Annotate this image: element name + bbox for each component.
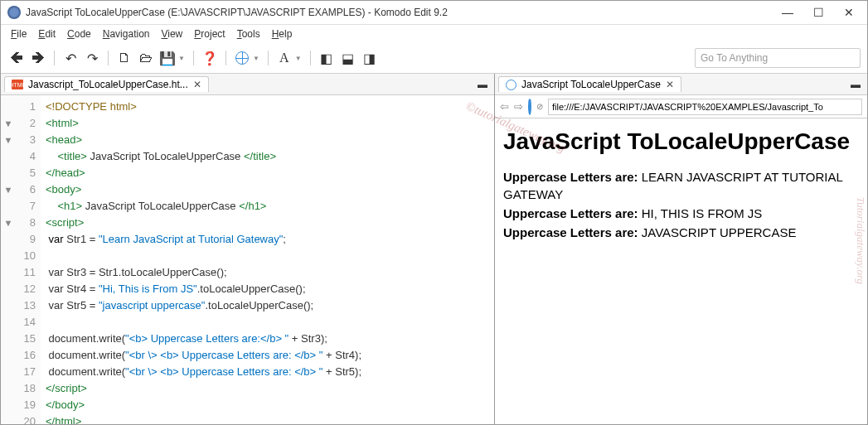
title-bar: JavaScript ToLocaleUpperCase (E:\JAVASCR… (1, 1, 867, 25)
tab-list-menu-icon[interactable]: ▬ (847, 79, 864, 90)
fold-icon[interactable]: ▼ (1, 215, 16, 231)
new-file-button[interactable]: 🗋 (115, 49, 133, 67)
editor-tab-label: Javascript_ToLocaleUpperCase.ht... (28, 79, 188, 90)
editor-tab-bar: HTML Javascript_ToLocaleUpperCase.ht... … (1, 74, 494, 95)
window-controls: — ☐ ✕ (782, 6, 861, 19)
forward-button[interactable]: 🡺 (29, 49, 47, 67)
preview-tab-label: JavaScript ToLocaleUpperCase (521, 79, 661, 90)
panel-left-button[interactable]: ◧ (318, 49, 336, 67)
redo-button[interactable]: ↷ (83, 49, 101, 67)
separator (268, 51, 269, 65)
editor-pane: HTML Javascript_ToLocaleUpperCase.ht... … (1, 74, 495, 425)
html-file-icon: HTML (12, 80, 23, 89)
line-number-gutter: 1 2 3 4 5 6 7 8 9 10 11 12 13 14 15 16 1… (16, 95, 41, 425)
fold-column: ▼ ▼ ▼ ▼ (1, 95, 16, 425)
preview-content: ©tutorialgateway.org JavaScript ToLocale… (495, 118, 867, 425)
code-editor[interactable]: ▼ ▼ ▼ ▼ 1 2 3 4 5 6 7 8 9 10 11 12 (1, 95, 494, 425)
undo-button[interactable]: ↶ (61, 49, 80, 67)
goto-input[interactable]: Go To Anything (695, 48, 861, 68)
close-button[interactable]: ✕ (844, 6, 854, 19)
browser-forward-button[interactable]: ⇨ (514, 100, 523, 113)
separator (193, 51, 194, 65)
address-bar[interactable]: file:///E:/JAVASCRIPT/JAVASCRIPT%20EXAMP… (548, 99, 862, 115)
close-tab-icon[interactable]: ✕ (193, 79, 201, 90)
menu-view[interactable]: View (156, 27, 187, 41)
app-icon (7, 6, 21, 19)
maximize-button[interactable]: ☐ (813, 6, 824, 19)
preview-dropdown-icon[interactable]: ▼ (253, 55, 259, 62)
close-tab-icon[interactable]: ✕ (666, 79, 674, 90)
reload-icon (528, 98, 531, 115)
main-split: HTML Javascript_ToLocaleUpperCase.ht... … (1, 74, 867, 425)
globe-icon (235, 51, 249, 65)
code-content[interactable]: <!DOCTYPE html> <html> <head> <title> Ja… (41, 95, 494, 425)
separator (108, 51, 109, 65)
menu-help[interactable]: Help (267, 27, 298, 41)
browser-back-button[interactable]: ⇦ (500, 100, 509, 113)
output-line: Uppercase Letters are: LEARN JAVASCRIPT … (503, 168, 859, 203)
save-dropdown-icon[interactable]: ▼ (178, 55, 185, 62)
globe-icon (506, 80, 516, 90)
browser-preview-button[interactable] (233, 49, 251, 67)
menu-edit[interactable]: Edit (33, 27, 61, 41)
toolbar: 🡸 🡺 ↶ ↷ 🗋 🗁 💾 ▼ ❓ ▼ A ▼ ◧ ⬓ ◨ Go To Anyt… (1, 43, 867, 74)
page-heading: JavaScript ToLocaleUpperCase (503, 128, 859, 155)
back-button[interactable]: 🡸 (7, 49, 26, 67)
editor-tab[interactable]: HTML Javascript_ToLocaleUpperCase.ht... … (4, 76, 209, 92)
separator (310, 51, 311, 65)
fold-icon[interactable]: ▼ (1, 115, 16, 132)
panel-bottom-button[interactable]: ⬓ (339, 49, 357, 67)
open-file-button[interactable]: 🗁 (137, 49, 155, 67)
reload-button[interactable] (528, 99, 531, 114)
fold-icon[interactable]: ▼ (1, 181, 16, 198)
output-line: Uppercase Letters are: JAVASCRIPT UPPERC… (503, 224, 859, 241)
menu-bar: File Edit Code Navigation View Project T… (1, 25, 867, 43)
menu-project[interactable]: Project (189, 27, 230, 41)
preview-tab[interactable]: JavaScript ToLocaleUpperCase ✕ (498, 76, 681, 92)
save-button[interactable]: 💾 (158, 49, 177, 67)
tab-list-menu-icon[interactable]: ▬ (474, 79, 491, 90)
separator (54, 51, 55, 65)
preview-tab-bar: JavaScript ToLocaleUpperCase ✕ ▬ (495, 74, 867, 95)
menu-file[interactable]: File (6, 27, 32, 41)
menu-navigation[interactable]: Navigation (98, 27, 155, 41)
minimize-button[interactable]: — (782, 6, 793, 19)
output-line: Uppercase Letters are: HI, THIS IS FROM … (503, 205, 859, 222)
menu-tools[interactable]: Tools (232, 27, 265, 41)
font-button[interactable]: A (275, 49, 293, 67)
menu-code[interactable]: Code (62, 27, 96, 41)
stop-button[interactable]: ⊘ (536, 102, 543, 111)
separator (225, 51, 226, 65)
window-title: JavaScript ToLocaleUpperCase (E:\JAVASCR… (26, 7, 782, 18)
browser-toolbar: ⇦ ⇨ ⊘ file:///E:/JAVASCRIPT/JAVASCRIPT%2… (495, 95, 867, 118)
panel-right-button[interactable]: ◨ (361, 49, 379, 67)
fold-icon[interactable]: ▼ (1, 132, 16, 148)
font-dropdown-icon[interactable]: ▼ (295, 55, 302, 62)
preview-pane: JavaScript ToLocaleUpperCase ✕ ▬ ⇦ ⇨ ⊘ f… (495, 74, 867, 425)
help-button[interactable]: ❓ (201, 49, 219, 67)
